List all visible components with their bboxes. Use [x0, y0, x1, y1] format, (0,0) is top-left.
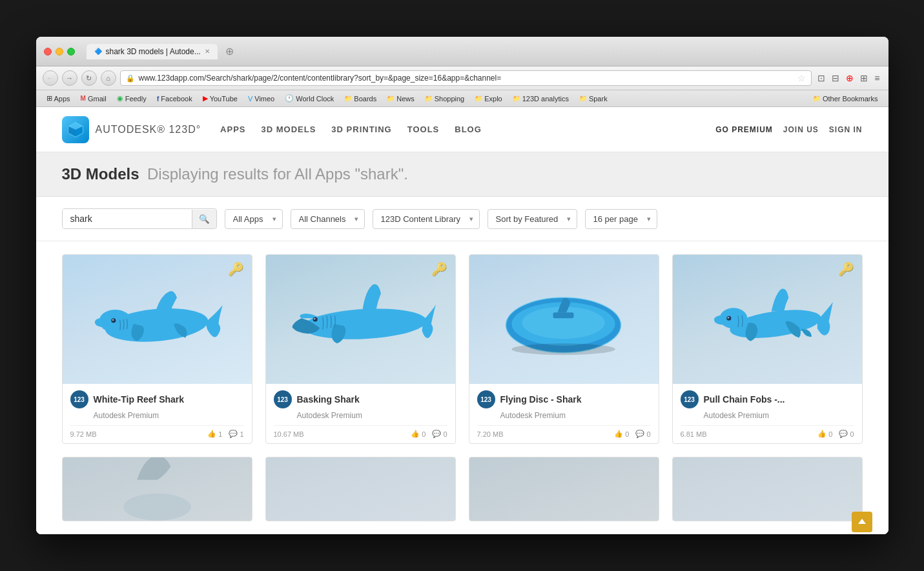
maximize-button[interactable] — [67, 48, 75, 55]
bookmark-worldclock[interactable]: 🕐 World Clock — [281, 93, 338, 104]
bookmark-facebook-label: Facebook — [161, 95, 192, 103]
new-tab[interactable]: ⊕ — [218, 42, 243, 61]
model-avatar-3: 123 — [681, 390, 699, 408]
comment-count-0: 1 — [240, 430, 243, 438]
model-card-3[interactable]: 🔑 123 Pull Chain Fobs -... Autodesk Prem… — [672, 254, 863, 444]
apps-filter-wrapper: All Apps — [225, 209, 283, 229]
svg-point-20 — [728, 317, 730, 319]
model-title-1: Basking Shark — [297, 394, 360, 405]
shark-svg-0 — [76, 265, 237, 374]
close-button[interactable] — [44, 48, 52, 55]
search-button[interactable]: 🔍 — [192, 210, 216, 228]
bookmark-news[interactable]: 📁 News — [383, 94, 418, 104]
model-avatar-1: 123 — [274, 390, 292, 408]
channels-filter[interactable]: All Channels — [291, 209, 365, 229]
like-count-2: 0 — [625, 430, 629, 438]
model-image-2 — [469, 255, 659, 384]
nav-apps[interactable]: APPS — [220, 119, 245, 139]
home-icon: ⌂ — [106, 74, 110, 82]
bookmark-spark[interactable]: 📁 Spark — [575, 94, 611, 104]
shopping-folder-icon: 📁 — [425, 95, 433, 102]
comment-action-0[interactable]: 💬 1 — [229, 430, 243, 438]
like-action-3[interactable]: 👍 0 — [817, 430, 832, 438]
bookmark-explo[interactable]: 📁 Explo — [471, 94, 506, 104]
models-grid: 🔑 123 White-Tip Reef Shark Autodesk Prem… — [36, 241, 888, 457]
comment-action-1[interactable]: 💬 0 — [432, 430, 447, 438]
like-action-1[interactable]: 👍 0 — [411, 430, 426, 438]
model-card-bottom-0[interactable] — [62, 457, 252, 521]
sign-in-button[interactable]: SIGN IN — [829, 125, 863, 134]
bookmark-feedly[interactable]: ◉ Feedly — [113, 93, 150, 104]
like-action-2[interactable]: 👍 0 — [614, 430, 629, 438]
url-bar[interactable]: 🔒 www.123dapp.com/Search/shark/page/2/co… — [120, 70, 812, 86]
model-avatar-2: 123 — [477, 390, 495, 408]
model-card-2[interactable]: 123 Flying Disc - Shark Autodesk Premium… — [469, 254, 659, 444]
model-card-bottom-3[interactable] — [672, 457, 863, 521]
bookmark-apps[interactable]: ⊞ Apps — [43, 93, 74, 104]
apps-filter[interactable]: All Apps — [225, 209, 283, 229]
minimize-button[interactable] — [56, 48, 63, 55]
svg-point-16 — [512, 343, 615, 355]
like-icon-0: 👍 — [207, 430, 216, 438]
model-image-3: 🔑 — [673, 255, 862, 384]
join-us-button[interactable]: JOIN US — [783, 125, 819, 134]
search-input[interactable] — [63, 209, 192, 228]
like-action-0[interactable]: 👍 1 — [207, 430, 222, 438]
refresh-button[interactable]: ↻ — [81, 70, 97, 86]
model-card-0[interactable]: 🔑 123 White-Tip Reef Shark Autodesk Prem… — [62, 254, 252, 444]
model-size-2: 7.20 MB — [477, 430, 504, 438]
back-button[interactable]: ← — [43, 70, 58, 86]
extension-icon-3[interactable]: ⊕ — [844, 72, 856, 85]
extension-icon-2[interactable]: ⊟ — [830, 72, 841, 85]
traffic-lights — [44, 48, 75, 55]
model-card-bottom-2[interactable] — [469, 457, 659, 521]
bookmark-gmail[interactable]: M Gmail — [77, 94, 110, 104]
active-tab[interactable]: 🔷 shark 3D models | Autode... ✕ — [87, 44, 218, 59]
extension-icon-4[interactable]: ⊞ — [858, 72, 870, 85]
avatar-text-1: 123 — [277, 396, 288, 403]
apps-icon: ⊞ — [46, 94, 52, 103]
like-icon-3: 👍 — [817, 430, 826, 438]
bookmark-boards[interactable]: 📁 Boards — [340, 94, 380, 104]
model-meta-1: 123 Basking Shark Autodesk Premium 10.67… — [266, 384, 455, 443]
filters-row: 🔍 All Apps All Channels 123D Content Lib… — [36, 197, 888, 241]
like-count-0: 1 — [218, 430, 222, 438]
bookmark-other[interactable]: 📁 Other Bookmarks — [809, 94, 882, 104]
analytics-folder-icon: 📁 — [513, 95, 520, 102]
bookmark-123d-analytics[interactable]: 📁 123D analytics — [509, 94, 573, 104]
home-button[interactable]: ⌂ — [101, 70, 116, 86]
bookmark-vimeo[interactable]: V Vimeo — [244, 94, 278, 104]
nav-3dprinting[interactable]: 3D PRINTING — [331, 119, 391, 139]
bookmark-boards-label: Boards — [354, 95, 376, 103]
bookmark-facebook[interactable]: f Facebook — [153, 94, 196, 104]
tab-close-button[interactable]: ✕ — [205, 48, 210, 55]
model-source-0: Autodesk Premium — [94, 411, 244, 420]
page-content: AUTODESK® 123D° APPS 3D MODELS 3D PRINTI… — [36, 107, 888, 534]
model-stats-3: 6.81 MB 👍 0 💬 0 — [681, 425, 854, 438]
model-card-1[interactable]: 🔑 123 Basking Shark Autodesk Premium 10.… — [265, 254, 456, 444]
spark-folder-icon: 📁 — [579, 95, 587, 102]
model-actions-1: 👍 0 💬 0 — [411, 430, 447, 438]
model-title-2: Flying Disc - Shark — [500, 394, 582, 405]
comment-icon-3: 💬 — [839, 430, 848, 438]
scroll-to-top-button[interactable] — [852, 512, 872, 532]
nav-3dmodels[interactable]: 3D MODELS — [262, 119, 316, 139]
forward-button[interactable]: → — [62, 70, 77, 86]
nav-blog[interactable]: BLOG — [455, 119, 482, 139]
bookmark-star-icon[interactable]: ☆ — [797, 73, 806, 83]
menu-icon[interactable]: ≡ — [872, 72, 881, 85]
go-premium-button[interactable]: GO PREMIUM — [715, 125, 773, 134]
svg-rect-14 — [553, 312, 574, 318]
bookmark-youtube[interactable]: ▶ YouTube — [199, 93, 241, 104]
bookmark-shopping[interactable]: 📁 Shopping — [421, 94, 469, 104]
comment-action-3[interactable]: 💬 0 — [839, 430, 854, 438]
bookmark-shopping-label: Shopping — [435, 95, 465, 103]
nav-tools[interactable]: TOOLS — [407, 119, 440, 139]
model-card-bottom-1[interactable] — [265, 457, 456, 521]
extension-icon-1[interactable]: ⊡ — [816, 72, 827, 85]
perpage-filter[interactable]: 16 per page — [585, 209, 657, 229]
library-filter[interactable]: 123D Content Library — [373, 209, 480, 229]
sort-filter[interactable]: Sort by Featured — [488, 209, 577, 229]
comment-action-2[interactable]: 💬 0 — [635, 430, 650, 438]
model-header-3: 123 Pull Chain Fobs -... — [681, 390, 854, 408]
